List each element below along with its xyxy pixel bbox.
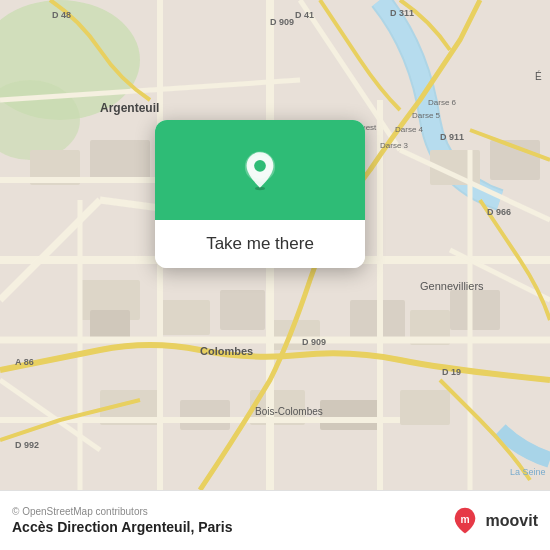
svg-text:Bois-Colombes: Bois-Colombes <box>255 406 323 417</box>
location-popup: Take me there <box>155 120 365 268</box>
location-title: Accès Direction Argenteuil, Paris <box>12 519 232 535</box>
svg-text:D 909: D 909 <box>270 17 294 27</box>
svg-rect-21 <box>400 390 450 425</box>
map-view[interactable]: D 48 D 41 D 311 D 911 D 909 D 966 A 86 D… <box>0 0 550 490</box>
svg-text:D 19: D 19 <box>442 367 461 377</box>
moovit-logo[interactable]: m moovit <box>450 506 538 536</box>
svg-point-62 <box>254 160 266 172</box>
svg-rect-4 <box>90 310 130 340</box>
svg-rect-12 <box>90 140 150 180</box>
svg-text:D 909: D 909 <box>302 337 326 347</box>
svg-rect-20 <box>320 400 380 430</box>
svg-text:D 966: D 966 <box>487 207 511 217</box>
svg-text:É: É <box>535 70 542 82</box>
svg-text:Darse 6: Darse 6 <box>428 98 457 107</box>
location-pin-icon <box>239 149 281 191</box>
svg-rect-5 <box>160 300 210 335</box>
svg-text:D 48: D 48 <box>52 10 71 20</box>
svg-rect-10 <box>450 290 500 330</box>
svg-text:A 86: A 86 <box>15 357 34 367</box>
svg-rect-6 <box>220 290 265 330</box>
svg-text:m: m <box>460 514 469 525</box>
svg-text:Darse 3: Darse 3 <box>380 141 409 150</box>
location-info: © OpenStreetMap contributors Accès Direc… <box>12 506 232 535</box>
svg-text:D 311: D 311 <box>390 8 414 18</box>
svg-text:D 41: D 41 <box>295 10 314 20</box>
copyright-text: © OpenStreetMap contributors <box>12 506 232 517</box>
svg-text:Gennevilliers: Gennevilliers <box>420 280 484 292</box>
svg-text:La Seine: La Seine <box>510 467 546 477</box>
moovit-icon: m <box>450 506 480 536</box>
svg-rect-18 <box>180 400 230 430</box>
moovit-brand-text: moovit <box>486 512 538 530</box>
svg-text:D 992: D 992 <box>15 440 39 450</box>
svg-text:D 911: D 911 <box>440 132 464 142</box>
take-me-there-button[interactable]: Take me there <box>155 220 365 268</box>
svg-text:Argenteuil: Argenteuil <box>100 101 159 115</box>
svg-text:Colombes: Colombes <box>200 345 253 357</box>
svg-text:Darse 5: Darse 5 <box>412 111 441 120</box>
bottom-bar: © OpenStreetMap contributors Accès Direc… <box>0 490 550 550</box>
svg-text:Darse 4: Darse 4 <box>395 125 424 134</box>
popup-header <box>155 120 365 220</box>
